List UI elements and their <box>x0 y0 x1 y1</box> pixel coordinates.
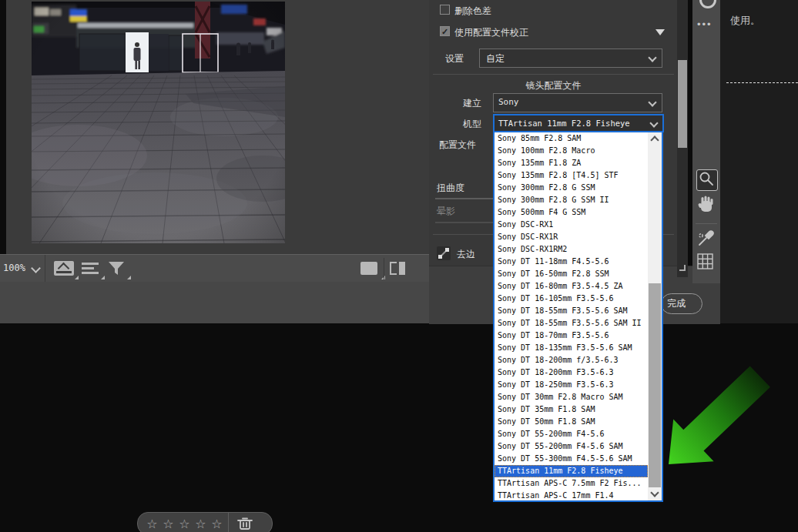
lens-option[interactable]: Sony DSC-RX1 <box>495 219 648 231</box>
lens-option[interactable]: Sony 300mm F2.8 G SSM <box>495 182 648 194</box>
rating-divider <box>228 513 229 532</box>
preview-toolbar: 100% ☆ ☆ ☆ ☆ ☆ <box>0 254 429 283</box>
lens-option[interactable]: TTArtisan APS-C 17mm F1.4 <box>495 490 648 500</box>
toolbar-divider <box>45 255 45 283</box>
star-icon[interactable]: ☆ <box>193 517 209 531</box>
zoom-level-chevron-icon[interactable] <box>31 263 41 273</box>
lens-option[interactable]: Sony DT 55-200mm F4-5.6 SAM <box>495 440 648 453</box>
star-icon[interactable]: ☆ <box>144 517 160 531</box>
section-title: 镜头配置文件 <box>429 79 678 92</box>
before-after-view-icon[interactable] <box>390 259 413 278</box>
hand-tool-icon[interactable] <box>696 195 716 215</box>
lens-option[interactable]: Sony DT 18-70mm F3.5-5.6 <box>495 330 648 342</box>
section-divider <box>433 74 674 75</box>
panel-scrollbar[interactable] <box>677 0 688 277</box>
setup-select[interactable]: 自定 <box>479 49 662 68</box>
lens-option[interactable]: Sony DT 35mm F1.8 SAM <box>495 403 648 416</box>
photo-preview <box>32 2 285 243</box>
lens-option[interactable]: Sony 100mm F2.8 Macro <box>495 145 648 157</box>
camera-raw-window: 100% ☆ ☆ ☆ ☆ ☆ <box>0 0 798 532</box>
lens-model-dropdown: Sony 85mm F2.8 SAMSony 100mm F2.8 MacroS… <box>493 131 663 502</box>
lens-option[interactable]: Sony DT 16-105mm F3.5-5.6 <box>495 293 648 305</box>
lens-option[interactable]: Sony DT 50mm F1.8 SAM <box>495 416 648 428</box>
lens-option[interactable]: Sony DT 16-80mm F3.5-4.5 ZA <box>495 280 648 293</box>
distortion-label: 扭曲度 <box>437 182 464 195</box>
lens-option[interactable]: Sony DSC-RX1R <box>495 231 648 243</box>
lens-option[interactable]: Sony 300mm F2.8 G SSM II <box>495 194 648 206</box>
lens-option[interactable]: Sony DT 18-200mm f/3.5-6.3 <box>495 354 648 366</box>
lens-option[interactable]: Sony DT 55-300mm F4.5-5.6 SAM <box>495 453 648 465</box>
scroll-down-icon[interactable] <box>650 488 659 497</box>
model-select[interactable]: TTArtisan 11mm F2.8 Fisheye <box>493 114 664 132</box>
make-value: Sony <box>498 97 519 107</box>
vignetting-label: 晕影 <box>437 205 455 218</box>
image-canvas[interactable] <box>6 0 429 254</box>
use-text: 使用。 <box>730 14 760 28</box>
scroll-down-icon[interactable] <box>679 265 686 271</box>
zoom-tool-icon[interactable] <box>696 169 718 191</box>
lens-option[interactable]: TTArtisan APS-C 7.5mm F2 Fis... <box>495 477 648 490</box>
make-label: 建立 <box>429 97 481 110</box>
remove-chromatic-aberration-label: 删除色差 <box>454 5 491 18</box>
defringe-label[interactable]: 去边 <box>457 248 475 261</box>
sort-order-icon[interactable] <box>82 259 102 278</box>
lens-option[interactable]: Sony DT 18-55mm F3.5-5.6 SAM II <box>495 317 648 330</box>
star-icon[interactable]: ☆ <box>209 517 225 531</box>
lens-option[interactable]: Sony DSC-RX1RM2 <box>495 243 648 256</box>
zoom-level-value[interactable]: 100% <box>3 263 25 273</box>
setup-value: 自定 <box>486 52 505 65</box>
profile-label: 配置文件 <box>439 139 476 152</box>
lens-option[interactable]: Sony DT 30mm F2.8 Macro SAM <box>495 391 648 403</box>
lens-option[interactable]: Sony 135mm F2.8 [T4.5] STF <box>495 169 648 182</box>
white-balance-eyedropper-icon[interactable] <box>696 228 716 248</box>
lens-option[interactable]: Sony DT 18-135mm F3.5-5.6 SAM <box>495 342 648 354</box>
setup-label: 设置 <box>445 52 464 65</box>
panel-collapse-triangle-icon[interactable] <box>656 29 665 35</box>
model-label: 机型 <box>429 118 481 131</box>
lens-option[interactable]: TTArtisan 11mm F2.8 Fisheye <box>495 465 648 477</box>
more-options-icon[interactable]: ••• <box>697 18 712 30</box>
scroll-up-icon[interactable] <box>650 136 659 144</box>
lens-list: Sony 85mm F2.8 SAMSony 100mm F2.8 MacroS… <box>495 132 648 500</box>
star-icon[interactable]: ☆ <box>160 517 176 531</box>
lens-option[interactable]: Sony 85mm F2.8 SAM <box>495 132 648 145</box>
filter-icon[interactable] <box>108 259 128 278</box>
lens-option[interactable]: Sony DT 55-200mm F4-5.6 <box>495 428 648 440</box>
lens-option[interactable]: Sony DT 11-18mm F4.5-5.6 <box>495 256 648 268</box>
tool-divider <box>696 223 717 224</box>
status-bar: Display P3 - 16 位 - 5504 x 8256 (45.4MP)… <box>0 282 429 323</box>
toolbar-divider <box>384 258 384 279</box>
done-button[interactable]: 完成 <box>661 293 702 314</box>
chevron-down-icon <box>649 119 658 127</box>
panel-scrollbar-thumb[interactable] <box>678 60 687 148</box>
preview-state-icon[interactable] <box>360 259 382 278</box>
lens-option[interactable]: Sony DT 18-250mm F3.5-6.3 <box>495 379 648 391</box>
chevron-down-icon <box>648 53 656 62</box>
profile-corrections-checkbox[interactable]: ✓ <box>440 26 450 36</box>
model-value: TTArtisan 11mm F2.8 Fisheye <box>498 119 630 128</box>
star-icon[interactable]: ☆ <box>176 517 193 531</box>
lens-option[interactable]: Sony 135mm F1.8 ZA <box>495 157 648 169</box>
profile-corrections-label: 使用配置文件校正 <box>454 26 528 39</box>
lens-option[interactable]: Sony 500mm F4 G SSM <box>495 206 648 219</box>
green-arrow-annotation <box>655 354 798 477</box>
zoom-presets-icon[interactable] <box>54 259 75 278</box>
chevron-down-icon <box>648 98 656 106</box>
tool-column: ••• <box>692 0 720 283</box>
rotate-tool-icon[interactable] <box>699 0 716 8</box>
dashed-separator <box>726 82 798 83</box>
lens-option[interactable]: Sony DT 18-200mm F3.5-6.3 <box>495 366 648 379</box>
lens-option[interactable]: Sony DT 16-50mm F2.8 SSM <box>495 268 648 280</box>
trash-icon[interactable] <box>232 516 258 531</box>
lens-option[interactable]: Sony DT 18-55mm F3.5-5.6 SAM <box>495 305 648 317</box>
right-side-panel: 使用。 <box>720 0 798 323</box>
grid-overlay-icon[interactable] <box>696 253 716 273</box>
rating-bar: ☆ ☆ ☆ ☆ ☆ <box>137 512 273 532</box>
defringe-icon[interactable] <box>437 246 451 260</box>
remove-chromatic-aberration-checkbox[interactable] <box>440 5 450 15</box>
make-select[interactable]: Sony <box>493 93 662 112</box>
